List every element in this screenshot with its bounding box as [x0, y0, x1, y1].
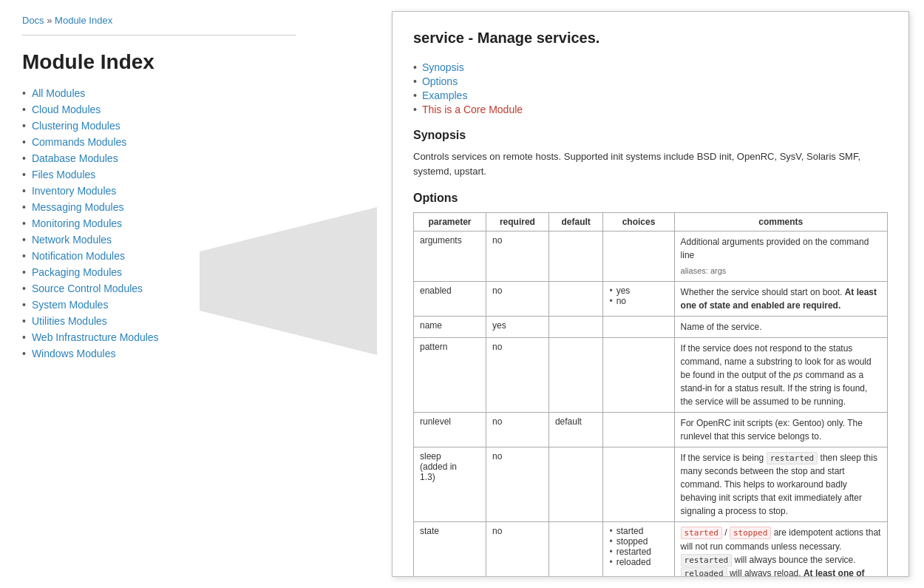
- module-list-item: Source Control Modules: [22, 283, 296, 294]
- td-default: [548, 232, 603, 282]
- table-row: enablednoyesnoWhether the service should…: [414, 281, 888, 316]
- module-list-item: Packaging Modules: [22, 266, 296, 278]
- module-list-item: Monitoring Modules: [22, 217, 296, 229]
- th-parameter: parameter: [414, 213, 486, 232]
- toc-link[interactable]: Options: [422, 75, 458, 87]
- module-list: All ModulesCloud ModulesClustering Modul…: [22, 87, 296, 359]
- choice-item: yes: [609, 285, 667, 296]
- doc-toc: SynopsisOptionsExamplesThis is a Core Mo…: [413, 61, 888, 115]
- table-row: runlevelnodefaultFor OpenRC init scripts…: [414, 412, 888, 447]
- table-row: sleep (added in 1.3)noIf the service is …: [414, 447, 888, 522]
- td-parameter: runlevel: [414, 412, 486, 447]
- td-choices: startedstoppedrestartedreloaded: [603, 522, 674, 578]
- td-required: no: [486, 337, 548, 412]
- module-list-item: Web Infrastructure Modules: [22, 331, 296, 343]
- module-list-item: System Modules: [22, 299, 296, 311]
- module-list-link[interactable]: Cloud Modules: [32, 104, 101, 115]
- choice-item: reloaded: [609, 557, 667, 567]
- td-comments: If the service is being restarted then s…: [674, 447, 887, 522]
- td-choices: yesno: [603, 281, 674, 316]
- module-list-link[interactable]: Packaging Modules: [32, 266, 122, 278]
- module-list-item: Commands Modules: [22, 136, 296, 148]
- aliases: aliases: args: [681, 265, 881, 277]
- td-comments: Name of the service.: [674, 316, 887, 337]
- module-list-link[interactable]: System Modules: [32, 299, 108, 311]
- module-list-link[interactable]: All Modules: [32, 87, 85, 99]
- choice-item: started: [609, 526, 667, 536]
- module-list-link[interactable]: Web Infrastructure Modules: [32, 331, 159, 343]
- module-list-link[interactable]: Source Control Modules: [32, 283, 143, 294]
- synopsis-section-title: Synopsis: [413, 129, 888, 142]
- table-row: nameyesName of the service.: [414, 316, 888, 337]
- td-parameter: pattern: [414, 337, 486, 412]
- td-comments: If the service does not respond to the s…: [674, 337, 887, 412]
- td-parameter: enabled: [414, 281, 486, 316]
- toc-link[interactable]: Examples: [422, 89, 467, 101]
- td-required: no: [486, 447, 548, 522]
- td-choices: [603, 232, 674, 282]
- td-parameter: name: [414, 316, 486, 337]
- module-list-item: Database Modules: [22, 152, 296, 164]
- td-comments: Additional arguments provided on the com…: [674, 232, 887, 282]
- module-list-item: Network Modules: [22, 234, 296, 246]
- toc-link[interactable]: This is a Core Module: [422, 104, 523, 115]
- td-default: [548, 337, 603, 412]
- table-row: statenostartedstoppedrestartedreloadedst…: [414, 522, 888, 578]
- doc-title: service - Manage services.: [413, 30, 888, 51]
- synopsis-text: Controls services on remote hosts. Suppo…: [413, 149, 888, 178]
- docs-link[interactable]: Docs: [22, 15, 44, 26]
- td-comments: Whether the service should start on boot…: [674, 281, 887, 316]
- module-list-link[interactable]: Clustering Modules: [32, 120, 120, 132]
- choice-item: restarted: [609, 547, 667, 557]
- module-list-link[interactable]: Commands Modules: [32, 136, 126, 148]
- module-list-link[interactable]: Inventory Modules: [32, 185, 116, 197]
- module-list-item: Utilities Modules: [22, 315, 296, 327]
- toc-item: Examples: [413, 89, 888, 101]
- table-row: argumentsnoAdditional arguments provided…: [414, 232, 888, 282]
- td-default: [548, 447, 603, 522]
- module-list-item: Files Modules: [22, 169, 296, 180]
- module-index-link[interactable]: Module Index: [55, 15, 112, 26]
- module-list-item: Clustering Modules: [22, 120, 296, 132]
- module-list-item: Cloud Modules: [22, 104, 296, 115]
- toc-item: Options: [413, 75, 888, 87]
- left-panel: Docs » Module Index Module Index All Mod…: [0, 0, 318, 379]
- module-list-link[interactable]: Database Modules: [32, 152, 118, 164]
- toc-item: Synopsis: [413, 61, 888, 73]
- page-title: Module Index: [22, 50, 296, 74]
- breadcrumb-separator: »: [47, 15, 55, 26]
- module-list-link[interactable]: Notification Modules: [32, 250, 125, 262]
- module-list-item: Messaging Modules: [22, 201, 296, 213]
- module-list-link[interactable]: Files Modules: [32, 169, 95, 180]
- module-list-link[interactable]: Monitoring Modules: [32, 217, 122, 229]
- th-comments: comments: [674, 213, 887, 232]
- td-required: no: [486, 232, 548, 282]
- td-comments: started / stopped are idempotent actions…: [674, 522, 887, 578]
- module-list-item: All Modules: [22, 87, 296, 99]
- choice-item: stopped: [609, 536, 667, 547]
- module-list-link[interactable]: Windows Modules: [32, 348, 116, 359]
- th-required: required: [486, 213, 548, 232]
- td-default: [548, 281, 603, 316]
- module-list-link[interactable]: Utilities Modules: [32, 315, 107, 327]
- td-default: [548, 522, 603, 578]
- toc-link[interactable]: Synopsis: [422, 61, 464, 73]
- module-list-item: Inventory Modules: [22, 185, 296, 197]
- th-choices: choices: [603, 213, 674, 232]
- td-required: no: [486, 522, 548, 578]
- choice-item: no: [609, 296, 667, 306]
- module-list-link[interactable]: Network Modules: [32, 234, 112, 246]
- td-choices: [603, 447, 674, 522]
- td-comments: For OpenRC init scripts (ex: Gentoo) onl…: [674, 412, 887, 447]
- th-default: default: [548, 213, 603, 232]
- td-default: [548, 316, 603, 337]
- td-choices: [603, 412, 674, 447]
- module-list-link[interactable]: Messaging Modules: [32, 201, 124, 213]
- options-section-title: Options: [413, 192, 888, 205]
- module-list-item: Windows Modules: [22, 348, 296, 359]
- td-required: yes: [486, 316, 548, 337]
- td-choices: [603, 316, 674, 337]
- td-default: default: [548, 412, 603, 447]
- right-panel[interactable]: service - Manage services. SynopsisOptio…: [392, 11, 909, 577]
- td-parameter: state: [414, 522, 486, 578]
